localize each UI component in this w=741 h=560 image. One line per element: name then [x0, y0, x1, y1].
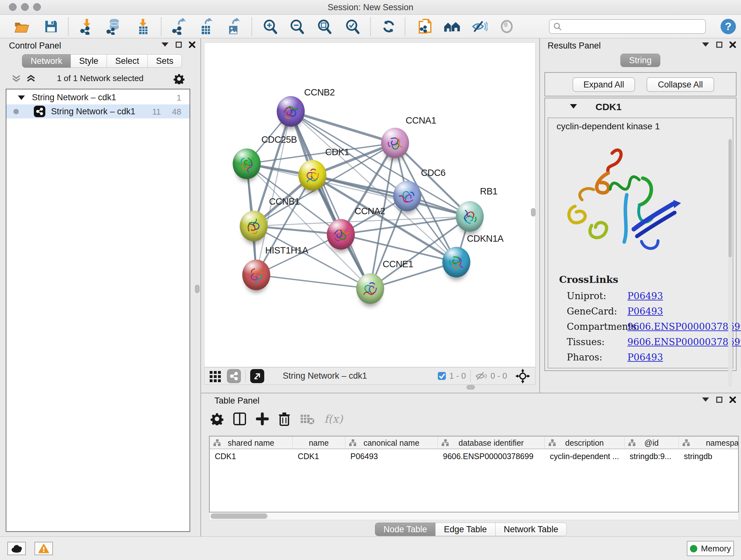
- panel-float-icon[interactable]: [176, 42, 182, 48]
- column-header-shared-name[interactable]: shared name: [210, 436, 293, 449]
- show-columns-icon[interactable]: [233, 412, 246, 426]
- network-node-hist1h1a[interactable]: [242, 260, 270, 290]
- warnings-button[interactable]: [35, 542, 53, 555]
- network-node-cdkn1a[interactable]: [442, 247, 470, 277]
- table-cell[interactable]: CDK1: [210, 450, 293, 462]
- tab-sets[interactable]: Sets: [147, 54, 182, 68]
- grid-view-icon[interactable]: [209, 370, 222, 382]
- help-icon[interactable]: ?: [720, 18, 737, 35]
- table-cell[interactable]: stringdb: [679, 450, 739, 462]
- export-table-icon[interactable]: [197, 18, 214, 35]
- tab-network[interactable]: Network: [22, 54, 71, 68]
- network-row-selected[interactable]: String Network – cdk1 11 48: [6, 105, 190, 118]
- table-cell[interactable]: CDK1: [293, 450, 345, 462]
- network-collection-row[interactable]: String Network – cdk1 1: [6, 90, 190, 105]
- network-edge[interactable]: [313, 175, 470, 216]
- open-session-icon[interactable]: [13, 18, 30, 35]
- collection-expand-icon[interactable]: [18, 96, 25, 100]
- column-header-description[interactable]: description: [545, 436, 624, 449]
- splitter-grip-bottom[interactable]: [467, 385, 475, 389]
- crosslink-link[interactable]: P06493: [627, 291, 663, 301]
- column-header-name[interactable]: name: [293, 436, 345, 449]
- network-edges[interactable]: [205, 43, 536, 367]
- column-header-namespace[interactable]: namespace: [679, 436, 739, 449]
- network-node-ccnb1[interactable]: [240, 211, 268, 241]
- zoom-selected-icon[interactable]: [344, 18, 360, 35]
- network-edge[interactable]: [291, 111, 370, 289]
- panel-menu-icon[interactable]: [702, 397, 709, 402]
- panel-float-icon[interactable]: [716, 396, 723, 403]
- network-node-ccna1[interactable]: [381, 128, 409, 159]
- collapse-all-button[interactable]: Collapse All: [647, 77, 714, 92]
- crosslink-link[interactable]: P06493: [627, 306, 663, 317]
- table-cell[interactable]: P06493: [345, 450, 438, 462]
- scrollbar-thumb[interactable]: [211, 513, 267, 519]
- save-session-icon[interactable]: [43, 18, 59, 35]
- open-in-window-icon[interactable]: [250, 369, 264, 383]
- table-row[interactable]: CDK1CDK1P064939606.ENSP00000378699cyclin…: [210, 450, 739, 462]
- copy-network-icon[interactable]: [417, 18, 433, 35]
- panel-close-icon[interactable]: [189, 42, 195, 48]
- import-network-database-icon[interactable]: [105, 18, 122, 35]
- panel-float-icon[interactable]: [716, 42, 723, 48]
- network-edge[interactable]: [256, 275, 370, 289]
- refresh-layout-icon[interactable]: [381, 18, 397, 35]
- table-cell[interactable]: stringdb:9...: [624, 450, 679, 462]
- crosslink-link[interactable]: 9606.ENSP00000378699: [627, 336, 741, 348]
- network-node-ccnb2[interactable]: [277, 96, 305, 127]
- crosslink-link[interactable]: P06493: [627, 352, 663, 363]
- show-hide-icon[interactable]: [471, 18, 488, 35]
- import-network-file-icon[interactable]: [78, 18, 95, 35]
- network-edge[interactable]: [247, 143, 395, 164]
- gear-icon[interactable]: [174, 73, 185, 84]
- splitter-grip-left[interactable]: [195, 285, 199, 293]
- table-horizontal-scrollbar[interactable]: [209, 512, 739, 520]
- selected-checkbox-icon[interactable]: [437, 372, 446, 380]
- network-node-rb1[interactable]: [456, 201, 484, 232]
- network-edge[interactable]: [291, 111, 395, 143]
- network-overview-icon[interactable]: [444, 18, 460, 35]
- table-cell[interactable]: cyclin-dependent ...: [545, 450, 624, 462]
- network-node-ccna2[interactable]: [327, 219, 355, 250]
- network-node-cdc6[interactable]: [393, 181, 421, 211]
- tab-select[interactable]: Select: [107, 54, 148, 68]
- import-table-icon[interactable]: [135, 18, 151, 35]
- column-header-canonical-name[interactable]: canonical name: [345, 436, 438, 449]
- memory-button[interactable]: Memory: [687, 541, 734, 556]
- expand-all-button[interactable]: Expand All: [572, 77, 635, 92]
- fit-selected-icon[interactable]: [515, 369, 530, 383]
- table-cell[interactable]: 9606.ENSP00000378699: [438, 450, 545, 462]
- tab-network-table[interactable]: Network Table: [495, 523, 567, 536]
- tab-node-table[interactable]: Node Table: [375, 523, 435, 536]
- column-header--id[interactable]: @id: [624, 436, 679, 449]
- panel-close-icon[interactable]: [730, 396, 736, 403]
- panel-menu-icon[interactable]: [161, 43, 169, 47]
- crosslink-link[interactable]: 9606.ENSP00000378699: [627, 321, 741, 332]
- network-node-cdc25b[interactable]: [232, 148, 261, 179]
- zoom-in-icon[interactable]: [262, 18, 278, 35]
- search-input[interactable]: [565, 21, 701, 32]
- add-column-icon[interactable]: [256, 413, 269, 425]
- network-node-cdk1[interactable]: [298, 160, 327, 191]
- network-node-ccne1[interactable]: [356, 273, 384, 304]
- results-scrollbar[interactable]: [728, 138, 732, 387]
- network-canvas[interactable]: CCNB2CCNA1CDC25BCDK1CDC6RB1CCNB1CCNA2CDK…: [204, 43, 536, 367]
- cloud-button[interactable]: [7, 542, 26, 555]
- hidden-eye-icon[interactable]: [475, 371, 488, 381]
- export-image-icon[interactable]: [225, 18, 241, 35]
- panel-menu-icon[interactable]: [702, 43, 709, 47]
- zoom-fit-icon[interactable]: [316, 18, 333, 35]
- tab-string[interactable]: String: [620, 54, 660, 67]
- zoom-out-icon[interactable]: [288, 18, 305, 35]
- panel-close-icon[interactable]: [730, 42, 736, 48]
- export-network-icon[interactable]: [171, 18, 187, 35]
- birds-eye-icon[interactable]: [227, 369, 241, 383]
- eye-disabled-icon[interactable]: [498, 18, 515, 35]
- function-builder-icon[interactable]: f(x): [324, 413, 343, 425]
- column-header-database-identifier[interactable]: database identifier: [438, 436, 545, 449]
- tab-style[interactable]: Style: [71, 54, 107, 68]
- collapse-card-icon[interactable]: [570, 104, 577, 109]
- results-scrollbar-thumb[interactable]: [729, 139, 732, 257]
- table-settings-gear-icon[interactable]: [211, 413, 223, 425]
- delete-column-icon[interactable]: [278, 412, 290, 426]
